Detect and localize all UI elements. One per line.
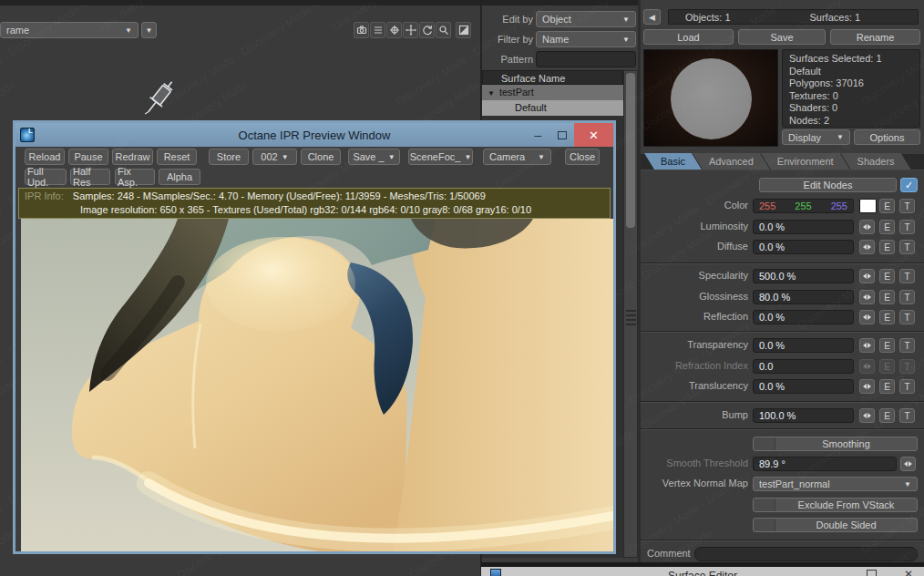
close-button[interactable]: ✕ (574, 123, 613, 147)
rename-button[interactable]: Rename (830, 29, 920, 45)
surface-tree-child-selected[interactable]: Default (482, 100, 623, 116)
luminosity-field[interactable]: 0.0 % (753, 220, 854, 234)
smoothing-toggle[interactable]: Smoothing (753, 437, 918, 451)
pause-button[interactable]: Pause (68, 149, 108, 165)
tab-shaders[interactable]: Shaders (841, 153, 911, 170)
smoothing-checkbox[interactable] (754, 437, 775, 450)
diffuse-minislider[interactable] (859, 240, 875, 254)
exclude-vstack-checkbox[interactable] (754, 499, 775, 511)
options-button[interactable]: Options (854, 129, 920, 145)
viewport-extra-dropdown[interactable]: ▼ (141, 22, 157, 38)
smooth-threshold-minislider[interactable] (900, 457, 916, 471)
transparency-minislider[interactable] (859, 338, 875, 353)
tree-expand-icon[interactable]: ▼ (488, 89, 495, 98)
full-update-button[interactable]: Full Upd. (25, 169, 67, 185)
reflection-minislider[interactable] (859, 310, 875, 324)
luminosity-minislider[interactable] (859, 220, 875, 234)
center-target-icon[interactable] (386, 22, 402, 38)
specularity-envelope-button[interactable]: E (879, 269, 895, 283)
translucency-field[interactable]: 0.0 % (753, 379, 854, 394)
pattern-input[interactable] (536, 51, 636, 67)
maximize-viewport-icon[interactable] (456, 22, 471, 38)
collapse-panel-button[interactable]: ◀ (643, 9, 661, 25)
surface-editor-window-titlebar[interactable]: Surface Editor ✕ (481, 567, 924, 576)
transparency-field[interactable]: 0.0 % (753, 338, 854, 353)
list-icon[interactable] (370, 22, 385, 38)
bump-field[interactable]: 100.0 % (753, 408, 854, 423)
glossiness-texture-button[interactable]: T (899, 290, 915, 304)
edit-nodes-checkbox[interactable]: ✓ (900, 178, 918, 192)
ipr-render-image[interactable] (21, 219, 613, 551)
color-g-value[interactable]: 255 (795, 201, 811, 211)
glossiness-minislider[interactable] (859, 290, 875, 304)
luminosity-texture-button[interactable]: T (899, 220, 915, 234)
surface-list-scrollbar[interactable] (623, 70, 638, 558)
close-icon[interactable]: ✕ (904, 568, 913, 576)
splitter-grip[interactable] (626, 310, 636, 328)
reflection-texture-button[interactable]: T (899, 310, 915, 324)
display-dropdown[interactable]: Display ▼ (782, 129, 850, 145)
translucency-envelope-button[interactable]: E (879, 379, 895, 394)
bump-envelope-button[interactable]: E (879, 408, 895, 423)
specularity-minislider[interactable] (859, 269, 875, 283)
transparency-texture-button[interactable]: T (899, 338, 915, 353)
diffuse-envelope-button[interactable]: E (879, 240, 895, 254)
save-dropdown[interactable]: Save _▼ (348, 149, 400, 165)
bump-minislider[interactable] (859, 408, 875, 423)
translucency-minislider[interactable] (859, 379, 875, 394)
camera-view-icon[interactable] (354, 22, 369, 38)
specularity-texture-button[interactable]: T (899, 269, 915, 283)
ipr-titlebar[interactable]: Octane IPR Preview Window – ✕ (15, 123, 613, 147)
color-rgb-field[interactable]: 255 255 255 (753, 199, 854, 213)
double-sided-toggle[interactable]: Double Sided (753, 518, 918, 532)
half-res-button[interactable]: Half Res (70, 169, 110, 185)
save-button[interactable]: Save (738, 29, 826, 45)
color-b-value[interactable]: 255 (831, 201, 847, 211)
edit-by-dropdown[interactable]: Object ▼ (536, 11, 636, 27)
pan-move-icon[interactable] (403, 22, 418, 38)
color-r-value[interactable]: 255 (759, 201, 775, 211)
rotate-view-icon[interactable] (419, 22, 435, 38)
bump-texture-button[interactable]: T (899, 408, 915, 423)
surface-tree-parent[interactable]: ▼testPart (482, 85, 623, 100)
comment-input[interactable] (694, 547, 918, 561)
octane-ipr-window[interactable]: Octane IPR Preview Window – ✕ Reload Pau… (13, 120, 616, 554)
diffuse-field[interactable]: 0.0 % (753, 240, 854, 254)
refraction-index-field[interactable]: 0.0 (753, 359, 854, 374)
ipr-close-button[interactable]: Close (565, 149, 600, 165)
reflection-envelope-button[interactable]: E (879, 310, 895, 324)
scene-focus-dropdown[interactable]: SceneFoc_▼ (408, 149, 473, 165)
translucency-texture-button[interactable]: T (899, 379, 915, 394)
reload-button[interactable]: Reload (25, 149, 65, 165)
transparency-envelope-button[interactable]: E (879, 338, 895, 353)
load-button[interactable]: Load (643, 29, 734, 45)
edit-nodes-button[interactable]: Edit Nodes (759, 178, 897, 192)
maximize-button[interactable] (555, 123, 569, 147)
fix-aspect-button[interactable]: Fix Asp. (115, 169, 155, 185)
glossiness-envelope-button[interactable]: E (879, 290, 895, 304)
specularity-field[interactable]: 500.0 % (753, 269, 854, 283)
color-swatch[interactable] (859, 199, 877, 213)
minimize-button[interactable]: – (531, 123, 545, 147)
zoom-magnifier-icon[interactable] (436, 22, 451, 38)
tab-basic[interactable]: Basic (644, 153, 702, 170)
tab-environment[interactable]: Environment (761, 153, 850, 170)
diffuse-texture-button[interactable]: T (899, 240, 915, 254)
double-sided-checkbox[interactable] (754, 519, 775, 531)
tab-advanced[interactable]: Advanced (693, 153, 770, 170)
camera-dropdown[interactable]: Camera▼ (483, 149, 551, 165)
luminosity-envelope-button[interactable]: E (879, 220, 895, 234)
smooth-threshold-field[interactable]: 89.9 ° (753, 457, 897, 471)
redraw-button[interactable]: Redraw (112, 149, 153, 165)
glossiness-field[interactable]: 80.0 % (753, 290, 854, 304)
alpha-button[interactable]: Alpha (159, 169, 200, 185)
reflection-field[interactable]: 0.0 % (753, 310, 854, 324)
maximize-icon[interactable] (867, 570, 877, 576)
reset-button[interactable]: Reset (157, 149, 197, 165)
exclude-vstack-toggle[interactable]: Exclude From VStack (753, 498, 918, 512)
color-texture-button[interactable]: T (899, 199, 915, 213)
scrollbar-thumb[interactable] (626, 73, 635, 228)
frame-dropdown[interactable]: 002▼ (252, 149, 297, 165)
viewport-mode-dropdown[interactable]: rame ▼ (0, 22, 139, 38)
surface-preview[interactable] (643, 49, 778, 147)
